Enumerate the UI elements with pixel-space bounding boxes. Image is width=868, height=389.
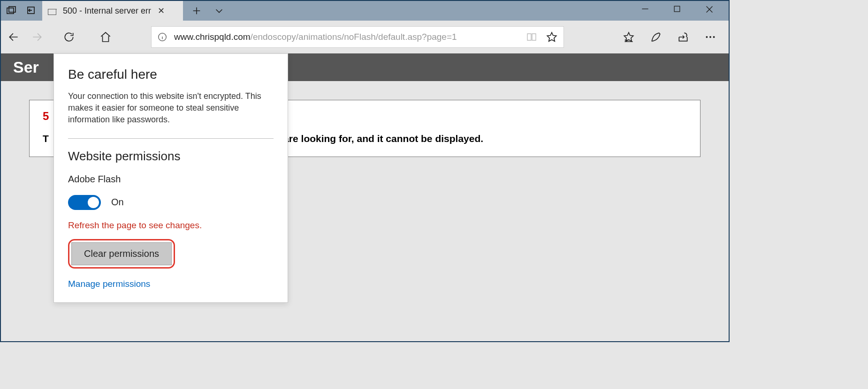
close-tab-icon[interactable]: ✕	[158, 6, 165, 16]
share-icon[interactable]	[677, 31, 689, 43]
manage-permissions-link[interactable]: Manage permissions	[68, 279, 274, 289]
flash-toggle[interactable]	[68, 195, 101, 210]
site-info-flyout: Be careful here Your connection to this …	[53, 53, 288, 303]
error-message-prefix: T	[43, 133, 49, 144]
close-window-icon[interactable]	[704, 4, 717, 17]
svg-rect-3	[674, 6, 680, 12]
tab-actions-icon[interactable]	[6, 5, 17, 16]
home-icon[interactable]	[99, 31, 112, 43]
svg-rect-0	[7, 8, 14, 14]
url-host: www.chrispqld.com	[174, 32, 251, 42]
navbar: www.chrispqld.com/endoscopy/animations/n…	[1, 21, 729, 53]
site-info-icon[interactable]	[157, 32, 168, 42]
clear-permissions-highlight: Clear permissions	[68, 239, 175, 269]
page-heading-text: Ser	[13, 58, 39, 76]
clear-permissions-button[interactable]: Clear permissions	[71, 242, 172, 265]
permission-name: Adobe Flash	[68, 174, 274, 185]
refresh-icon[interactable]	[63, 31, 75, 43]
forward-icon	[31, 31, 43, 43]
minimize-icon[interactable]	[640, 4, 654, 17]
new-tab-icon[interactable]	[191, 6, 202, 16]
browser-tab[interactable]: 500 - Internal server err ✕	[42, 1, 183, 21]
back-icon[interactable]	[8, 31, 20, 43]
titlebar-left-controls	[1, 1, 42, 21]
favorites-bar-icon[interactable]	[623, 31, 635, 43]
flyout-divider	[68, 138, 274, 139]
url-path: /endoscopy/animations/noFlash/default.as…	[251, 32, 457, 42]
flyout-heading: Be careful here	[68, 67, 274, 82]
error-message-tail: u are looking for, and it cannot be disp…	[275, 133, 484, 144]
address-bar-right	[526, 31, 558, 43]
navbar-far-right	[623, 31, 722, 43]
set-aside-tabs-icon[interactable]	[25, 5, 37, 16]
svg-point-7	[713, 36, 715, 38]
page-icon	[48, 7, 56, 15]
toggle-knob	[88, 197, 99, 208]
tab-strip-controls	[183, 1, 233, 21]
flyout-warning-text: Your connection to this website isn't en…	[68, 90, 274, 126]
refresh-hint: Refresh the page to see changes.	[68, 220, 274, 231]
tab-title: 500 - Internal server err	[63, 6, 151, 16]
permission-toggle-row: On	[68, 195, 274, 210]
toggle-state-label: On	[111, 197, 124, 208]
svg-point-5	[706, 36, 708, 38]
url-text: www.chrispqld.com/endoscopy/animations/n…	[174, 32, 457, 42]
browser-window: 500 - Internal server err ✕	[0, 0, 730, 342]
flyout-section-heading: Website permissions	[68, 149, 274, 164]
notes-icon[interactable]	[650, 31, 662, 43]
svg-rect-1	[9, 7, 15, 12]
svg-point-6	[709, 36, 711, 38]
window-controls	[640, 1, 729, 21]
address-bar[interactable]: www.chrispqld.com/endoscopy/animations/n…	[151, 26, 564, 48]
reading-view-icon[interactable]	[526, 31, 537, 43]
favorite-star-icon[interactable]	[546, 31, 558, 43]
tabs-chevron-down-icon[interactable]	[214, 6, 224, 16]
more-menu-icon[interactable]	[704, 31, 716, 43]
titlebar: 500 - Internal server err ✕	[1, 1, 729, 21]
maximize-icon[interactable]	[672, 4, 685, 17]
